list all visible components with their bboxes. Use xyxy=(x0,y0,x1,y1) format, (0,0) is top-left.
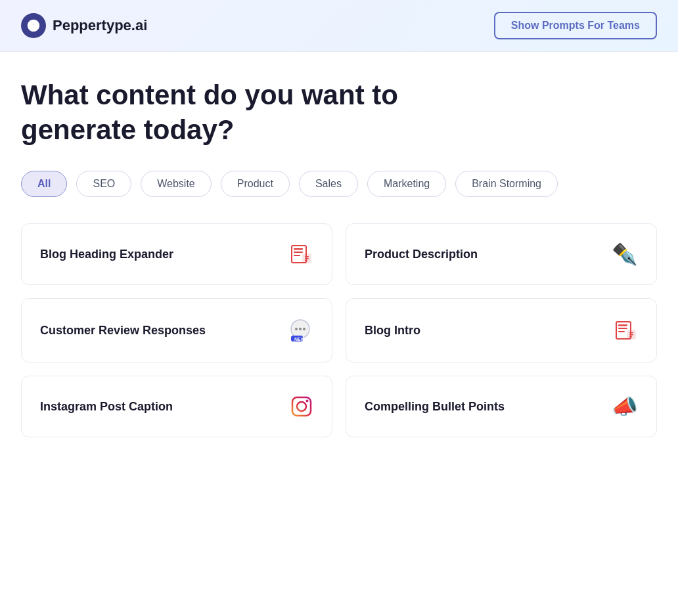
pen-icon: ✒️ xyxy=(612,244,638,265)
card-instagram-post-caption[interactable]: Instagram Post Caption xyxy=(21,376,332,437)
blog-intro-icon xyxy=(614,319,638,342)
svg-rect-15 xyxy=(618,324,627,326)
svg-rect-5 xyxy=(305,256,309,257)
svg-rect-3 xyxy=(294,255,300,256)
svg-rect-17 xyxy=(618,331,625,332)
svg-rect-1 xyxy=(294,248,303,250)
svg-rect-20 xyxy=(629,334,633,336)
cards-grid: Blog Heading Expander Product Descriptio… xyxy=(21,223,657,437)
filter-pill-all[interactable]: All xyxy=(21,171,67,197)
card-label-blog-intro: Blog Intro xyxy=(365,324,420,338)
instagram-icon-wrapper xyxy=(290,395,313,418)
svg-point-10 xyxy=(299,328,302,330)
card-blog-heading-expander[interactable]: Blog Heading Expander xyxy=(21,223,332,285)
filter-pill-seo[interactable]: SEO xyxy=(76,171,131,197)
svg-text:NEW: NEW xyxy=(294,337,305,341)
product-description-icon-wrapper: ✒️ xyxy=(612,244,638,265)
show-prompts-button[interactable]: Show Prompts For Teams xyxy=(494,12,657,39)
filter-pill-sales[interactable]: Sales xyxy=(299,171,358,197)
svg-point-23 xyxy=(297,402,306,411)
card-customer-review-responses[interactable]: Customer Review Responses NEW xyxy=(21,298,332,363)
svg-rect-16 xyxy=(618,328,627,329)
filter-pill-website[interactable]: Website xyxy=(141,171,212,197)
megaphone-icon: 📣 xyxy=(612,396,638,417)
svg-point-24 xyxy=(306,400,309,403)
header: Peppertype.ai Show Prompts For Teams xyxy=(0,0,678,52)
blog-intro-icon-wrapper xyxy=(614,319,638,342)
filter-pill-product[interactable]: Product xyxy=(221,171,290,197)
page-title: What content do you want to generate tod… xyxy=(21,78,415,147)
blog-heading-icon xyxy=(290,242,313,266)
logo-icon xyxy=(21,13,46,38)
logo-area: Peppertype.ai xyxy=(21,13,147,38)
svg-rect-19 xyxy=(629,332,633,334)
svg-point-11 xyxy=(303,328,305,330)
card-compelling-bullet-points[interactable]: Compelling Bullet Points 📣 xyxy=(346,376,657,437)
filter-pill-brain-storming[interactable]: Brain Storming xyxy=(455,171,558,197)
svg-rect-6 xyxy=(305,258,309,259)
card-blog-intro[interactable]: Blog Intro xyxy=(346,298,657,363)
chat-icon: NEW xyxy=(287,317,313,343)
card-label-compelling-bullet-points: Compelling Bullet Points xyxy=(365,400,505,414)
card-label-instagram-post-caption: Instagram Post Caption xyxy=(40,400,173,414)
svg-rect-7 xyxy=(305,260,307,261)
card-label-customer-review-responses: Customer Review Responses xyxy=(40,324,206,338)
customer-review-icon-wrapper: NEW xyxy=(287,317,313,343)
filter-pill-marketing[interactable]: Marketing xyxy=(367,171,446,197)
svg-rect-21 xyxy=(629,336,632,338)
svg-rect-2 xyxy=(294,252,303,253)
main-content: What content do you want to generate tod… xyxy=(0,52,678,464)
svg-point-9 xyxy=(295,328,298,330)
filter-pills: All SEO Website Product Sales Marketing … xyxy=(21,171,657,197)
card-label-blog-heading-expander: Blog Heading Expander xyxy=(40,248,173,261)
instagram-icon xyxy=(290,395,313,418)
card-label-product-description: Product Description xyxy=(365,248,478,261)
card-product-description[interactable]: Product Description ✒️ xyxy=(346,223,657,285)
logo-text: Peppertype.ai xyxy=(53,17,147,34)
blog-heading-icon-wrapper xyxy=(290,242,313,266)
megaphone-icon-wrapper: 📣 xyxy=(612,396,638,417)
